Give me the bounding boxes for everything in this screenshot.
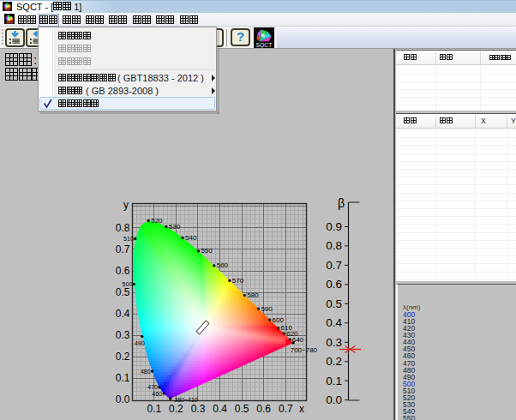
svg-text:0.5: 0.5 — [326, 297, 342, 310]
svg-text:460: 460 — [152, 391, 162, 397]
svg-text:530: 530 — [169, 223, 181, 231]
svg-text:x: x — [299, 403, 304, 415]
svg-text:490: 490 — [135, 340, 145, 346]
svg-text:510: 510 — [123, 236, 134, 242]
svg-text:0.0: 0.0 — [326, 393, 342, 406]
svg-text:0.2: 0.2 — [116, 351, 130, 363]
svg-text:0.3: 0.3 — [326, 336, 342, 349]
svg-text:0.6: 0.6 — [326, 278, 342, 291]
svg-text:y: y — [123, 199, 129, 211]
svg-text:0.5: 0.5 — [116, 286, 130, 298]
svg-text:0.2: 0.2 — [169, 403, 183, 415]
svg-text:480: 480 — [141, 369, 151, 375]
svg-text:580: 580 — [247, 291, 259, 299]
svg-text:0.6: 0.6 — [116, 265, 130, 277]
svg-text:520: 520 — [151, 217, 163, 225]
svg-text:590: 590 — [261, 305, 273, 313]
svg-text:0.6: 0.6 — [256, 403, 271, 415]
svg-text:640: 640 — [292, 336, 304, 344]
svg-text:570: 570 — [232, 277, 244, 285]
svg-text:0.1: 0.1 — [326, 375, 342, 387]
svg-text:0.8: 0.8 — [326, 239, 342, 252]
svg-text:0.5: 0.5 — [235, 403, 249, 415]
svg-text:0.3: 0.3 — [191, 403, 206, 415]
svg-text:550: 550 — [201, 247, 213, 255]
svg-text:700~780: 700~780 — [291, 346, 318, 354]
svg-text:0.7: 0.7 — [326, 259, 342, 272]
svg-text:0.4: 0.4 — [326, 316, 342, 329]
svg-text:0.4: 0.4 — [116, 308, 130, 320]
svg-text:0.7: 0.7 — [116, 243, 130, 255]
svg-text:0.7: 0.7 — [279, 403, 293, 415]
svg-text:470: 470 — [147, 384, 158, 390]
svg-text:0.9: 0.9 — [326, 220, 342, 233]
svg-text:0.2: 0.2 — [326, 355, 342, 368]
svg-text:560: 560 — [217, 261, 229, 269]
svg-text:0.8: 0.8 — [116, 222, 130, 234]
svg-text:0.4: 0.4 — [213, 403, 227, 415]
svg-text:0.0: 0.0 — [116, 393, 130, 405]
svg-text:0.3: 0.3 — [116, 329, 130, 341]
svg-text:600: 600 — [273, 316, 285, 324]
svg-text:SQCT: SQCT — [256, 42, 273, 48]
svg-text:0.1: 0.1 — [147, 403, 161, 415]
svg-text:β: β — [338, 196, 345, 210]
svg-text:0.1: 0.1 — [116, 372, 130, 384]
svg-text:540: 540 — [185, 234, 197, 242]
